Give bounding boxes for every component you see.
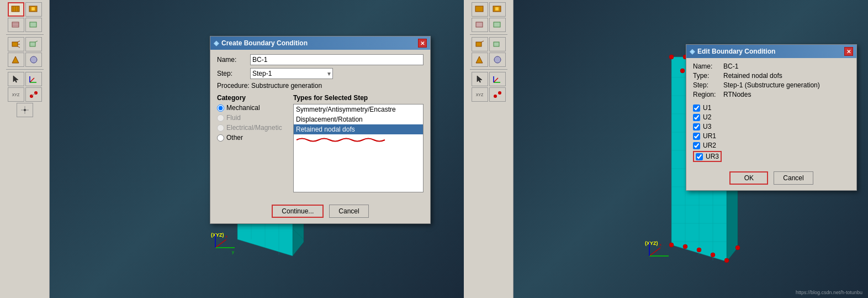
right-toolbar-btn-move[interactable] — [489, 72, 506, 86]
check-u1[interactable] — [693, 104, 700, 112]
create-bc-titlebar: ◈ Create Boundary Condition ✕ — [210, 36, 430, 50]
svg-point-82 — [669, 55, 674, 59]
toolbar-btn-9[interactable] — [17, 103, 33, 117]
name-row: Name: — [217, 54, 424, 65]
step-row: Step: Step-1 ▼ — [217, 68, 424, 79]
svg-line-11 — [18, 41, 20, 42]
edit-region-row: Region: RTNodes — [693, 91, 850, 98]
svg-point-93 — [683, 244, 687, 249]
toolbar-btn-7[interactable]: XYZ — [8, 87, 24, 102]
edit-bc-dialog: ◈ Edit Boundary Condition ✕ Name: BC-1 T… — [686, 44, 857, 191]
check-u3[interactable] — [693, 123, 700, 130]
label-ur3: UR3 — [706, 153, 719, 160]
category-other-label: Other — [226, 134, 243, 142]
svg-text:x: x — [659, 242, 661, 247]
radio-other[interactable] — [217, 134, 224, 142]
svg-point-64 — [494, 95, 497, 98]
right-toolbar-btn-6[interactable] — [489, 37, 506, 51]
right-toolbar-btn-7[interactable] — [472, 53, 488, 67]
procedure-row: Procedure: Substructure generation — [217, 82, 424, 90]
type-retained[interactable]: Retained nodal dofs — [294, 124, 423, 134]
checkbox-ur2[interactable]: UR2 — [693, 142, 850, 149]
toolbar-btn-2[interactable] — [25, 2, 42, 17]
category-mechanical[interactable]: Mechanical — [217, 104, 289, 112]
right-toolbar-btn-4[interactable] — [489, 18, 506, 32]
svg-point-94 — [697, 248, 701, 252]
svg-rect-14 — [30, 42, 35, 46]
toolbar-btn-8[interactable] — [25, 87, 42, 102]
right-toolbar-btn-3[interactable] — [472, 18, 488, 32]
svg-line-58 — [481, 41, 484, 42]
edit-region-value: RTNodes — [723, 91, 751, 98]
svg-point-95 — [711, 253, 715, 257]
right-toolbar-btn-dots[interactable] — [489, 87, 506, 102]
step-select-wrapper: Step-1 ▼ — [250, 68, 333, 79]
toolbar-btn-3[interactable] — [8, 18, 24, 32]
right-toolbar: XYZ — [464, 0, 514, 298]
radio-fluid — [217, 114, 224, 122]
continue-btn[interactable]: Continue... — [272, 205, 324, 218]
toolbar-btn-4[interactable] — [25, 18, 42, 32]
edit-type-value: Retained nodal dofs — [723, 72, 782, 80]
checkbox-ur1[interactable]: UR1 — [693, 132, 850, 140]
svg-point-97 — [735, 245, 740, 250]
toolbar-btn-axes[interactable] — [25, 72, 42, 86]
create-bc-close-btn[interactable]: ✕ — [418, 39, 427, 48]
edit-dialog-icon: ◈ — [690, 48, 695, 55]
procedure-value: Substructure generation — [251, 82, 322, 90]
toolbar-btn-load[interactable] — [8, 37, 24, 51]
category-types-area: Category Mechanical Fluid Electrical/Mag… — [217, 94, 424, 192]
cancel-btn-edit[interactable]: Cancel — [774, 171, 813, 185]
right-toolbar-btn-8[interactable] — [489, 53, 506, 67]
left-panel: XYZ — [0, 0, 464, 298]
category-electrical: Electrical/Magnetic — [217, 124, 289, 132]
svg-rect-10 — [12, 42, 18, 46]
svg-point-65 — [498, 91, 501, 95]
svg-point-87 — [680, 69, 685, 73]
svg-text:(XYZ): (XYZ) — [211, 232, 224, 238]
checkbox-u3[interactable]: U3 — [693, 123, 850, 130]
right-toolbar-btn-2[interactable] — [489, 2, 506, 17]
edit-bc-close-btn[interactable]: ✕ — [844, 47, 853, 56]
svg-rect-52 — [475, 6, 483, 12]
toolbar-btn-5[interactable] — [8, 53, 24, 67]
checkbox-ur3[interactable]: UR3 — [693, 151, 722, 162]
type-symmetry[interactable]: Symmetry/Antisymmetry/Encastre — [294, 104, 423, 114]
edit-step-row: Step: Step-1 (Substructure generation) — [693, 81, 850, 89]
axes-indicator-right: (XYZ) x — [644, 234, 674, 266]
svg-line-22 — [31, 93, 36, 96]
check-ur2[interactable] — [693, 142, 700, 149]
toolbar-btn-boundary[interactable] — [8, 2, 24, 17]
right-toolbar-btn-1[interactable] — [472, 2, 488, 17]
create-bc-title: Create Boundary Condition — [221, 39, 308, 47]
step-select[interactable]: Step-1 — [250, 68, 333, 79]
name-input[interactable] — [250, 54, 424, 65]
edit-region-label: Region: — [693, 91, 723, 98]
edit-name-row: Name: BC-1 — [693, 62, 850, 70]
type-displacement[interactable]: Displacement/Rotation — [294, 114, 423, 124]
ok-btn[interactable]: OK — [729, 171, 768, 185]
checkbox-u1[interactable]: U1 — [693, 104, 850, 112]
check-ur3[interactable] — [696, 153, 703, 160]
category-fluid: Fluid — [217, 114, 289, 122]
right-toolbar-btn-cursor[interactable] — [472, 72, 488, 86]
types-list[interactable]: Symmetry/Antisymmetry/Encastre Displacem… — [293, 104, 424, 192]
check-ur1[interactable] — [693, 133, 700, 140]
svg-line-61 — [494, 78, 498, 82]
right-toolbar-btn-xyz[interactable]: XYZ — [472, 87, 488, 102]
edit-bc-footer: OK Cancel — [686, 168, 856, 190]
cancel-btn-create[interactable]: Cancel — [329, 205, 368, 218]
right-toolbar-btn-5[interactable] — [472, 37, 488, 51]
check-u2[interactable] — [693, 114, 700, 121]
left-toolbar: XYZ — [0, 0, 50, 298]
toolbar-btn-cursor[interactable] — [8, 72, 24, 86]
watermark: https://blog.csdn.net/h-totunbu — [796, 290, 862, 295]
category-mechanical-label: Mechanical — [226, 104, 260, 112]
svg-line-13 — [18, 46, 20, 48]
toolbar-btn-load-2[interactable] — [25, 37, 42, 51]
radio-mechanical[interactable] — [217, 104, 224, 112]
category-other[interactable]: Other — [217, 134, 289, 142]
edit-name-value: BC-1 — [723, 62, 738, 70]
toolbar-btn-6[interactable] — [25, 53, 42, 67]
checkbox-u2[interactable]: U2 — [693, 113, 850, 121]
